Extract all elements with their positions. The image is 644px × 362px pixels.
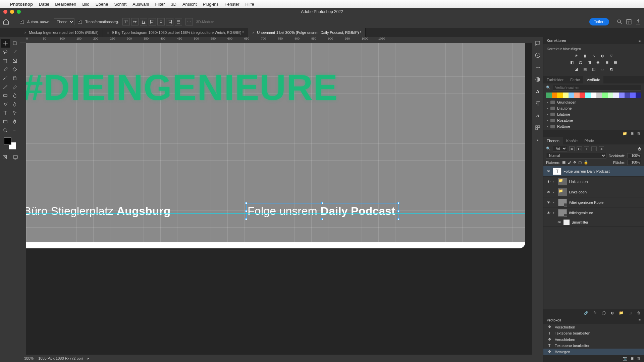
menu-auswahl[interactable]: Auswahl: [132, 2, 149, 7]
frame-tool[interactable]: [10, 56, 19, 65]
gradient-swatch[interactable]: [596, 93, 602, 98]
chevron-right-icon[interactable]: ▸: [553, 190, 556, 194]
document-info[interactable]: 1080 Px x 1080 Px (72 ppi): [38, 356, 83, 360]
layer-row[interactable]: 👁▸#dieingenieure Kopie: [543, 197, 644, 208]
gradient-swatch[interactable]: [574, 93, 580, 98]
exposure-adjustment-icon[interactable]: ◐: [599, 53, 605, 58]
vibrance-adjustment-icon[interactable]: ▽: [608, 53, 614, 58]
hand-tool[interactable]: [10, 117, 19, 126]
gradient-folder[interactable]: ▸Lilatöne: [543, 111, 644, 117]
new-folder-icon[interactable]: 📁: [623, 131, 627, 136]
headline-text[interactable]: #DIEINGENIEURE: [26, 66, 338, 108]
history-step[interactable]: ✥Verschieben: [543, 336, 644, 343]
levels-adjustment-icon[interactable]: ▮: [582, 53, 588, 58]
align-hcenter-button[interactable]: [157, 18, 165, 25]
transform-handle[interactable]: [321, 218, 323, 220]
transform-handle[interactable]: [397, 218, 399, 220]
lock-artboard-icon[interactable]: ▢: [578, 160, 582, 165]
new-preset-icon[interactable]: ⊞: [631, 131, 634, 136]
menu-hilfe[interactable]: Hilfe: [246, 2, 254, 7]
gradient-swatch[interactable]: [591, 93, 597, 98]
pfade-tab[interactable]: Pfade: [581, 137, 597, 144]
gradient-swatch[interactable]: [630, 93, 636, 98]
gradient-folder[interactable]: ▸Rottöne: [543, 123, 644, 129]
layer-name[interactable]: #dieingenieure Kopie: [569, 200, 641, 204]
panel-menu-icon[interactable]: ≡: [639, 39, 641, 43]
auto-select-checkbox[interactable]: [20, 20, 24, 24]
canvas-viewport[interactable]: #DIEINGENIEURE Büro Stieglerplatz Augsbu…: [26, 43, 532, 355]
close-tab-icon[interactable]: ×: [24, 31, 26, 35]
kanaele-tab[interactable]: Kanäle: [563, 137, 581, 144]
photofilter-adjustment-icon[interactable]: ◉: [595, 60, 601, 65]
smartfilter-row[interactable]: 👁Smartfilter: [543, 218, 644, 227]
gradient-search-input[interactable]: [553, 85, 641, 90]
menu-plugins[interactable]: Plug-ins: [203, 2, 219, 7]
gradient-swatch[interactable]: [585, 93, 591, 98]
layer-name[interactable]: Folge unsrem Daily Podcast: [564, 169, 641, 173]
menu-bearbeiten[interactable]: Bearbeiten: [55, 2, 76, 7]
quickmask-button[interactable]: [0, 153, 9, 162]
filter-text-icon[interactable]: T: [584, 146, 589, 151]
fill-input[interactable]: [627, 160, 641, 165]
panel-menu-icon[interactable]: ≡: [639, 318, 641, 322]
transform-handle[interactable]: [397, 210, 399, 212]
gradient-tool[interactable]: [1, 91, 10, 100]
gradient-swatch[interactable]: [636, 93, 641, 98]
opacity-input[interactable]: [627, 153, 641, 158]
brush-tool[interactable]: [1, 74, 10, 82]
comments-panel-icon[interactable]: [535, 40, 541, 46]
move-tool[interactable]: [1, 39, 10, 48]
history-panel-header[interactable]: Protokoll≡: [543, 316, 644, 324]
lock-position-icon[interactable]: ✥: [573, 160, 576, 165]
share-button[interactable]: Teilen: [589, 18, 609, 25]
visibility-toggle-icon[interactable]: 👁: [546, 180, 551, 184]
bw-adjustment-icon[interactable]: ◨: [586, 60, 592, 65]
more-options-button[interactable]: ⋯: [185, 18, 193, 25]
filter-adjustment-icon[interactable]: ◐: [577, 146, 582, 151]
libraries-panel-icon[interactable]: [535, 125, 541, 131]
chevron-right-icon[interactable]: ▸: [553, 180, 556, 183]
path-select-tool[interactable]: [10, 109, 19, 117]
layer-row[interactable]: 👁▾#dieingenieure: [543, 208, 644, 218]
filter-toggle-switch[interactable]: ⏻: [638, 147, 641, 151]
channelmixer-adjustment-icon[interactable]: ⊞: [604, 60, 610, 65]
menu-fenster[interactable]: Fenster: [225, 2, 239, 7]
close-tab-icon[interactable]: ×: [252, 31, 254, 35]
align-right-button[interactable]: [166, 18, 173, 25]
delete-layer-icon[interactable]: 🗑: [636, 310, 641, 315]
hue-adjustment-icon[interactable]: ◧: [569, 60, 575, 65]
pen-tool[interactable]: [10, 100, 19, 109]
transform-controls-checkbox[interactable]: [78, 20, 82, 24]
align-top-button[interactable]: [122, 18, 130, 25]
chevron-down-icon[interactable]: ▸: [553, 201, 556, 204]
app-name[interactable]: Photoshop: [10, 2, 33, 7]
colorlookup-adjustment-icon[interactable]: ▦: [612, 60, 619, 65]
status-flyout-icon[interactable]: ▸: [88, 356, 90, 361]
document-tab[interactable]: × Mockup-Ingenieure.psd bei 100% (RGB/8): [20, 28, 103, 37]
gradient-swatch[interactable]: [569, 93, 574, 98]
farbfelder-tab[interactable]: Farbfelder: [543, 76, 567, 83]
zoom-tool[interactable]: [1, 126, 10, 135]
ruler-origin[interactable]: [20, 37, 26, 43]
character-panel-icon[interactable]: A: [535, 88, 541, 95]
gradient-swatch[interactable]: [625, 93, 630, 98]
gradient-folder[interactable]: ▸Blautöne: [543, 105, 644, 111]
foreground-color-swatch[interactable]: [4, 137, 11, 145]
align-bottom-button[interactable]: [140, 18, 147, 25]
artboard-tool[interactable]: [10, 39, 19, 48]
layer-effects-icon[interactable]: fx: [592, 310, 598, 315]
vertical-guide[interactable]: [365, 43, 365, 242]
history-step[interactable]: ✥Verschieben: [543, 324, 644, 330]
blend-mode-dropdown[interactable]: Normal: [546, 153, 606, 159]
eraser-tool[interactable]: [10, 82, 19, 91]
adjustment-layer-icon[interactable]: ◐: [610, 310, 615, 315]
brightness-adjustment-icon[interactable]: ☀: [573, 53, 579, 58]
history-step[interactable]: TTextebene bearbeiten: [543, 330, 644, 336]
menu-bild[interactable]: Bild: [82, 2, 90, 7]
visibility-toggle-icon[interactable]: 👁: [546, 169, 551, 173]
history-step[interactable]: ✥Bewegen: [543, 349, 644, 355]
transform-bounding-box[interactable]: [246, 203, 398, 219]
layer-row[interactable]: 👁TFolge unsrem Daily Podcast: [543, 166, 644, 177]
lock-all-icon[interactable]: 🔒: [584, 160, 588, 165]
horizontal-guide[interactable]: [26, 213, 525, 214]
